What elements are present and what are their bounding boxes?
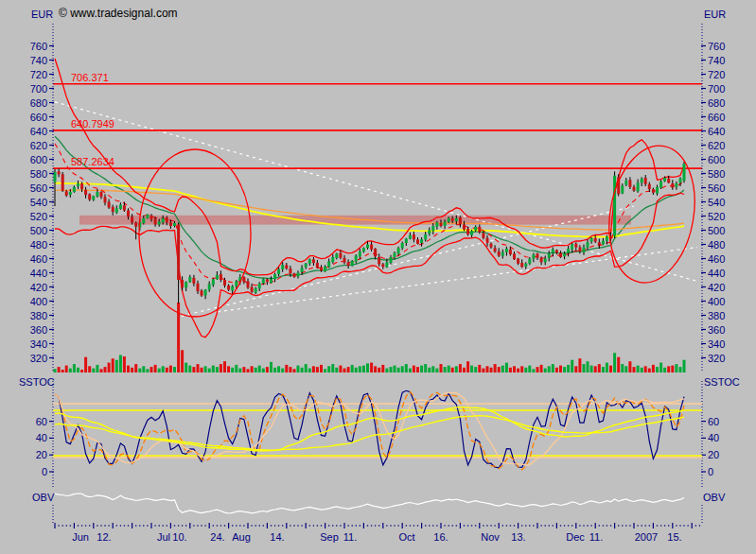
svg-text:720: 720	[708, 69, 725, 80]
svg-text:600: 600	[708, 154, 725, 165]
svg-text:480: 480	[708, 239, 725, 251]
date-axis: Jun12.Jul10.24.Aug14.Sep11.Oct16.Nov13.D…	[55, 523, 700, 543]
svg-text:420: 420	[708, 282, 725, 293]
svg-text:580: 580	[30, 168, 47, 180]
svg-text:680: 680	[708, 97, 725, 109]
svg-text:60: 60	[708, 416, 719, 427]
svg-text:587.2634: 587.2634	[71, 156, 114, 167]
svg-text:400: 400	[30, 296, 47, 307]
svg-text:700: 700	[708, 83, 725, 95]
svg-text:580: 580	[708, 168, 725, 180]
svg-text:680: 680	[30, 97, 47, 109]
svg-text:2007: 2007	[635, 531, 658, 543]
svg-text:740: 740	[30, 55, 47, 66]
svg-text:360: 360	[708, 324, 725, 336]
svg-text:60: 60	[36, 416, 47, 427]
svg-text:14.: 14.	[270, 531, 284, 543]
price-levels: 706.371640.7949587.2634	[53, 72, 702, 168]
svg-text:12.: 12.	[97, 531, 111, 543]
svg-text:360: 360	[30, 324, 47, 336]
sstoc-panel: 00202040406060	[36, 381, 720, 488]
svg-text:380: 380	[30, 310, 47, 321]
svg-text:440: 440	[30, 268, 47, 279]
svg-text:640: 640	[708, 126, 725, 137]
svg-text:15.: 15.	[667, 531, 681, 543]
svg-text:760: 760	[30, 41, 47, 52]
svg-text:20: 20	[708, 449, 719, 460]
svg-text:720: 720	[30, 69, 47, 80]
svg-text:10.: 10.	[172, 531, 186, 543]
svg-text:380: 380	[708, 310, 725, 321]
bollinger-bands	[55, 59, 684, 338]
svg-text:460: 460	[708, 253, 725, 265]
price-volume-chart: 706.371640.7949587.263432032034034036036…	[0, 0, 756, 554]
svg-text:500: 500	[708, 225, 725, 236]
svg-text:700: 700	[30, 83, 47, 95]
svg-text:Oct: Oct	[398, 531, 414, 543]
svg-text:13.: 13.	[511, 531, 525, 543]
chart-plot-area: 706.371640.7949587.263432032034034036036…	[0, 0, 756, 554]
svg-text:0: 0	[42, 466, 47, 477]
svg-text:480: 480	[30, 239, 47, 251]
svg-text:11.: 11.	[589, 531, 603, 543]
stoch-trend-yellow-1	[55, 407, 684, 451]
svg-text:640: 640	[30, 126, 47, 137]
svg-text:400: 400	[708, 296, 725, 307]
svg-text:620: 620	[30, 140, 47, 151]
svg-text:320: 320	[30, 353, 47, 364]
trendlines	[55, 102, 697, 316]
svg-text:600: 600	[30, 154, 47, 165]
svg-text:0: 0	[708, 466, 713, 477]
annotation-ellipses	[139, 139, 705, 317]
svg-text:660: 660	[708, 112, 725, 123]
svg-text:Jun: Jun	[72, 531, 89, 543]
svg-text:Dec: Dec	[566, 531, 585, 543]
svg-text:16.: 16.	[433, 531, 448, 543]
svg-text:24.: 24.	[210, 531, 224, 543]
svg-text:Jul: Jul	[157, 531, 170, 543]
volume-bars	[54, 303, 686, 372]
svg-text:620: 620	[708, 140, 725, 151]
candles-layer	[54, 162, 686, 303]
svg-text:540: 540	[708, 197, 725, 208]
svg-text:520: 520	[30, 211, 47, 222]
trading-chart-window: EUR © www.tradesignal.com EUR SSTOC SSTO…	[0, 0, 756, 554]
svg-text:11.: 11.	[343, 531, 357, 543]
svg-text:20: 20	[36, 449, 47, 460]
svg-text:520: 520	[708, 211, 725, 222]
svg-text:340: 340	[30, 338, 47, 350]
svg-text:460: 460	[30, 253, 47, 265]
svg-text:706.371: 706.371	[71, 72, 109, 83]
svg-text:440: 440	[708, 268, 725, 279]
svg-text:Aug: Aug	[232, 531, 251, 543]
svg-text:560: 560	[30, 182, 47, 194]
svg-text:540: 540	[30, 197, 47, 208]
svg-text:Nov: Nov	[481, 531, 500, 543]
svg-text:740: 740	[708, 55, 725, 66]
svg-text:Sep: Sep	[320, 531, 339, 543]
svg-text:40: 40	[708, 432, 719, 443]
yellow-ma	[55, 183, 684, 237]
svg-text:320: 320	[708, 353, 725, 364]
svg-text:640.7949: 640.7949	[71, 118, 114, 130]
obv-panel	[53, 493, 702, 525]
svg-text:420: 420	[30, 282, 47, 293]
svg-text:760: 760	[708, 41, 725, 52]
svg-text:660: 660	[30, 112, 47, 123]
svg-text:340: 340	[708, 338, 725, 350]
svg-text:40: 40	[36, 432, 47, 443]
svg-text:500: 500	[30, 225, 47, 236]
svg-text:560: 560	[708, 182, 725, 194]
